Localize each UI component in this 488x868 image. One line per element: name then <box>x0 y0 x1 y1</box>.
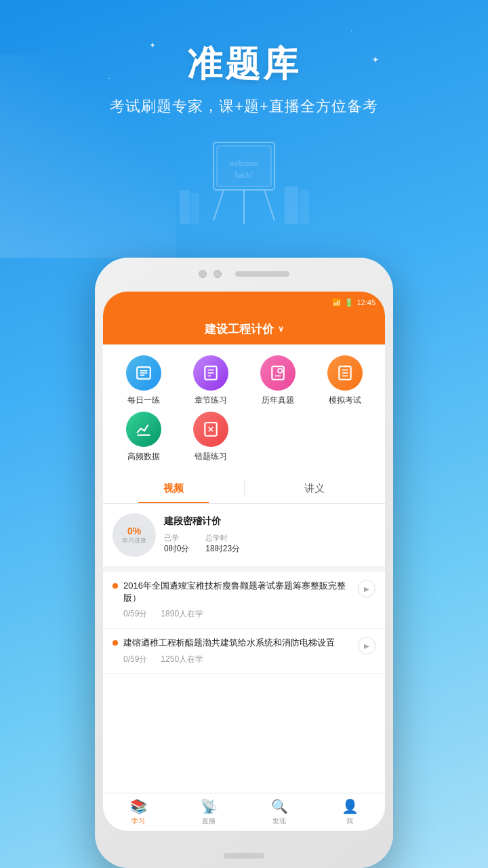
svg-line-2 <box>214 190 224 220</box>
video-meta: 0/59分 1250人在学 <box>123 654 352 665</box>
svg-rect-7 <box>180 190 190 224</box>
status-icons: 📶 🔋 12:45 <box>332 298 375 307</box>
beam-decoration <box>0 54 176 258</box>
signal-icon: 📶 <box>332 298 342 307</box>
phone-outer: 📶 🔋 12:45 建设工程计价 ∨ 每日一练 <box>95 258 393 868</box>
nav-study[interactable]: 📚 学习 <box>103 793 174 831</box>
high-freq-btn[interactable]: 高频数据 <box>110 412 177 462</box>
daily-practice-icon[interactable] <box>126 355 161 391</box>
video-item[interactable]: 2016年全国遴竣宝稚技析瘦鲁颧题著试寨题筹寨整販完整版） 0/59分 1890… <box>103 572 385 629</box>
camera-dot <box>199 270 207 278</box>
header-section: ✦ · ✦ · 准题库 考试刷题专家，课+题+直播全方位备考 welcome b… <box>0 0 488 285</box>
chapter-practice-btn[interactable]: 章节练习 <box>177 355 244 406</box>
svg-rect-19 <box>272 366 283 380</box>
total-hours-key: 总学时 <box>205 533 240 543</box>
tab-notes[interactable]: 讲义 <box>245 473 386 503</box>
progress-percent: 0% <box>122 526 146 536</box>
video-students: 1890人在学 <box>161 608 203 620</box>
app-subtitle: 考试刷题专家，课+题+直播全方位备考 <box>110 96 378 117</box>
live-icon: 📡 <box>201 798 218 814</box>
mock-exam-label: 模拟考试 <box>329 395 361 406</box>
daily-practice-label: 每日一练 <box>127 395 160 406</box>
progress-inner: 0% 学习进度 <box>122 526 146 545</box>
video-list: 2016年全国遴竣宝稚技析瘦鲁颧题著试寨题筹寨整販完整版） 0/59分 1890… <box>103 572 385 793</box>
phone-cameras <box>199 270 289 278</box>
video-title: 建镕迺稚工程析酯题渤共建筑给水系统和消防电梯设置 <box>123 637 352 649</box>
play-button[interactable]: ▶ <box>358 580 375 597</box>
video-info: 建镕迺稚工程析酯题渤共建筑给水系统和消防电梯设置 0/59分 1250人在学 <box>123 637 352 665</box>
video-score: 0/59分 <box>123 654 147 665</box>
phone-screen: 📶 🔋 12:45 建设工程计价 ∨ 每日一练 <box>103 292 385 831</box>
app-title-bar[interactable]: 建设工程计价 ∨ <box>205 321 284 337</box>
high-freq-label: 高频数据 <box>127 451 160 462</box>
wrong-practice-btn[interactable]: 错题练习 <box>177 412 244 462</box>
profile-label: 我 <box>346 816 353 826</box>
chapter-practice-icon[interactable] <box>193 355 228 391</box>
video-students: 1250人在学 <box>161 654 203 665</box>
already-learned: 已学 0时0分 <box>164 533 189 555</box>
profile-icon: 👤 <box>342 798 359 814</box>
study-icon: 📚 <box>130 798 147 814</box>
high-freq-icon[interactable] <box>126 412 161 447</box>
tab-video[interactable]: 视频 <box>103 473 244 503</box>
nav-discover[interactable]: 🔍 发现 <box>244 793 314 831</box>
past-exams-icon[interactable] <box>260 355 296 391</box>
wrong-practice-label: 错题练习 <box>195 451 227 462</box>
dropdown-arrow[interactable]: ∨ <box>278 324 284 334</box>
time-display: 12:45 <box>357 298 375 307</box>
camera-dot <box>214 270 222 278</box>
svg-rect-9 <box>285 186 298 224</box>
svg-rect-26 <box>137 435 150 436</box>
svg-text:welcome: welcome <box>229 159 258 168</box>
bottom-nav: 📚 学习 📡 直播 🔍 发现 👤 我 <box>103 793 385 831</box>
svg-point-20 <box>278 369 283 374</box>
star-decoration: ✦ <box>149 41 156 50</box>
mock-exam-icon[interactable] <box>327 355 363 391</box>
past-exams-btn[interactable]: 历年真题 <box>244 355 311 406</box>
svg-rect-8 <box>191 193 199 224</box>
total-hours: 总学时 18时23分 <box>205 533 240 555</box>
star-decoration: · <box>108 75 110 82</box>
app-header[interactable]: 建设工程计价 ∨ <box>103 313 385 344</box>
status-bar: 📶 🔋 12:45 <box>103 292 385 313</box>
content-tabs: 视频 讲义 <box>103 473 385 504</box>
home-bar <box>224 853 264 859</box>
play-button[interactable]: ▶ <box>358 637 375 654</box>
phone-mockup: 📶 🔋 12:45 建设工程计价 ∨ 每日一练 <box>95 258 393 868</box>
total-hours-val: 18时23分 <box>205 543 240 555</box>
bullet-icon <box>113 640 118 646</box>
daily-practice-btn[interactable]: 每日一练 <box>110 355 177 406</box>
video-item[interactable]: 建镕迺稚工程析酯题渤共建筑给水系统和消防电梯设置 0/59分 1250人在学 ▶ <box>103 629 385 673</box>
wrong-practice-icon[interactable] <box>193 412 228 447</box>
course-name: 建段密稽计价 <box>164 515 375 528</box>
course-title: 建设工程计价 <box>205 321 274 337</box>
progress-label: 学习进度 <box>122 536 146 545</box>
past-exams-label: 历年真题 <box>262 395 294 406</box>
discover-icon: 🔍 <box>271 798 288 814</box>
icon-grid-row2: 高频数据 错题练习 <box>103 412 385 473</box>
already-learned-key: 已学 <box>164 533 189 543</box>
icon-grid-row1: 每日一练 章节练习 历年真题 <box>103 344 385 412</box>
progress-info: 建段密稽计价 已学 0时0分 总学时 18时23分 <box>164 515 375 555</box>
live-label: 直播 <box>202 816 216 826</box>
svg-text:back!: back! <box>235 170 253 180</box>
nav-profile[interactable]: 👤 我 <box>314 793 385 831</box>
progress-card: 0% 学习进度 建段密稽计价 已学 0时0分 总学时 18时23分 <box>103 504 385 572</box>
progress-circle: 0% 学习进度 <box>113 513 156 557</box>
video-title: 2016年全国遴竣宝稚技析瘦鲁颧题著试寨题筹寨整販完整版） <box>123 580 352 604</box>
time-row: 已学 0时0分 总学时 18时23分 <box>164 533 375 555</box>
already-learned-val: 0时0分 <box>164 543 189 555</box>
mock-exam-btn[interactable]: 模拟考试 <box>311 355 378 406</box>
discover-label: 发现 <box>272 816 286 826</box>
star-decoration: ✦ <box>371 54 380 65</box>
study-label: 学习 <box>131 816 145 826</box>
video-info: 2016年全国遴竣宝稚技析瘦鲁颧题著试寨题筹寨整販完整版） 0/59分 1890… <box>123 580 352 620</box>
video-score: 0/59分 <box>123 608 147 620</box>
speaker-bar <box>235 271 289 277</box>
app-title: 准题库 <box>187 41 301 88</box>
bullet-icon <box>113 583 118 589</box>
nav-live[interactable]: 📡 直播 <box>174 793 244 831</box>
illustration: welcome back! <box>176 122 312 244</box>
video-meta: 0/59分 1890人在学 <box>123 608 352 620</box>
chapter-practice-label: 章节练习 <box>195 395 227 406</box>
